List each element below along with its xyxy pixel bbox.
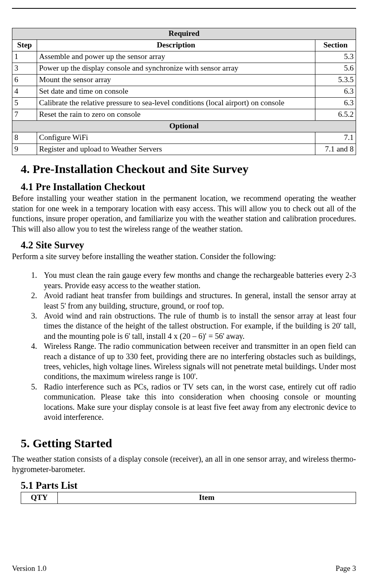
group-required: Required [12, 28, 356, 40]
section-5-body: The weather station consists of a displa… [12, 454, 356, 474]
col-qty: QTY [21, 492, 58, 504]
table-row: 9 Register and upload to Weather Servers… [12, 144, 356, 155]
table-row: 1 Assemble and power up the sensor array… [12, 51, 356, 63]
list-item: Radio interference such as PCs, radios o… [39, 382, 356, 423]
section-5-1-title: 5.1 Parts List [12, 480, 356, 491]
section-5-title: 5. Getting Started [12, 437, 356, 450]
section-4-1-body: Before installing your weather station i… [12, 193, 356, 234]
table-row: 6 Mount the sensor array 5.3.5 [12, 74, 356, 86]
table-row: 5 Calibrate the relative pressure to sea… [12, 97, 356, 109]
list-item: Avoid radiant heat transfer from buildin… [39, 291, 356, 311]
parts-table: QTY Item [21, 492, 356, 504]
list-item: Wireless Range. The radio communication … [39, 341, 356, 382]
section-4-2-intro: Perform a site survey before installing … [12, 252, 356, 262]
section-4-2-title: 4.2 Site Survey [12, 240, 356, 251]
col-section: Section [315, 39, 356, 51]
footer-version: Version 1.0 [12, 564, 47, 573]
group-optional: Optional [12, 120, 356, 132]
section-4-1-title: 4.1 Pre Installation Checkout [12, 181, 356, 193]
table-row: 7 Reset the rain to zero on console 6.5.… [12, 109, 356, 120]
table-row: 8 Configure WiFi 7.1 [12, 132, 356, 144]
top-rule [12, 8, 356, 9]
list-item: You must clean the rain gauge every few … [39, 270, 356, 291]
site-survey-list: You must clean the rain gauge every few … [12, 270, 356, 422]
steps-table: Required Step Description Section 1 Asse… [12, 28, 356, 155]
table-row: 4 Set date and time on console 6.3 [12, 86, 356, 97]
col-desc: Description [37, 39, 315, 51]
col-step: Step [12, 39, 37, 51]
col-item: Item [58, 492, 356, 504]
page-footer: Version 1.0 Page 3 [12, 564, 356, 573]
list-item: Avoid wind and rain obstructions. The ru… [39, 311, 356, 341]
footer-page: Page 3 [336, 564, 356, 573]
table-row: 3 Power up the display console and synch… [12, 63, 356, 74]
section-4-title: 4. Pre-Installation Checkout and Site Su… [12, 162, 356, 176]
